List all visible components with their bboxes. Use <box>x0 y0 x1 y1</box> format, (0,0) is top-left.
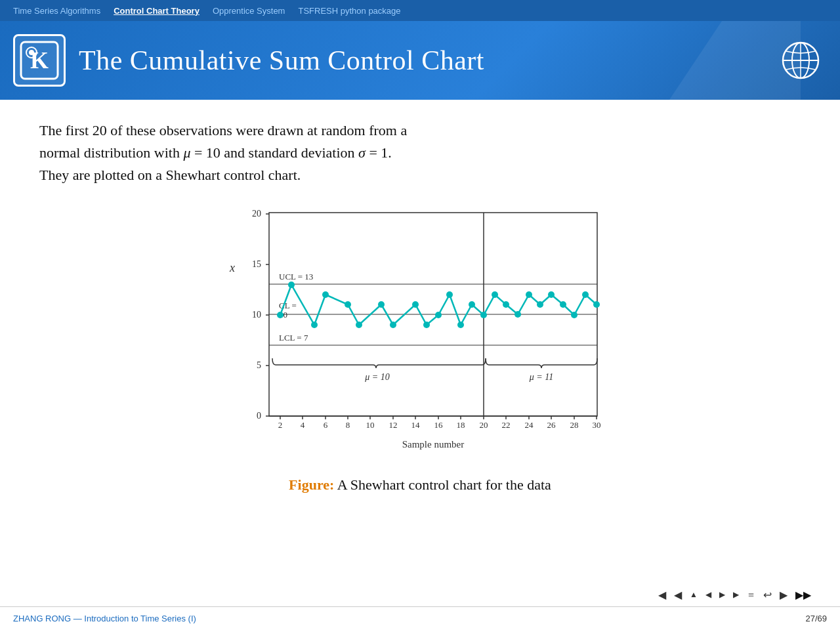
nav-up-arrow[interactable]: ▲ <box>687 589 700 601</box>
y-tick-20: 20 <box>252 209 261 219</box>
logo-box: K <box>13 34 66 87</box>
svg-text:30: 30 <box>593 420 601 430</box>
x-axis-label: Sample number <box>402 439 465 450</box>
data-point <box>412 301 419 308</box>
data-point <box>322 291 329 298</box>
figure-caption: Figure: A Shewhart control chart for the… <box>39 476 801 494</box>
nav-section-next2[interactable]: ▶ <box>730 589 742 601</box>
data-point <box>571 312 578 318</box>
svg-text:16: 16 <box>434 420 444 430</box>
globe-icon <box>781 41 820 80</box>
nav-control-chart[interactable]: Control Chart Theory <box>107 0 206 21</box>
svg-text:8: 8 <box>346 420 350 430</box>
intro-line1: The first 20 of these observations were … <box>39 122 407 138</box>
data-point <box>514 311 521 318</box>
data-point <box>548 291 555 298</box>
data-point <box>423 322 430 328</box>
svg-text:14: 14 <box>411 420 421 430</box>
data-point <box>537 301 543 308</box>
figure-label: Figure: <box>289 476 334 493</box>
svg-text:4: 4 <box>301 420 305 430</box>
svg-text:24: 24 <box>525 420 534 430</box>
data-point <box>492 291 498 298</box>
nav-opprentice[interactable]: Opprentice System <box>206 0 292 21</box>
data-point <box>311 322 318 328</box>
svg-text:2: 2 <box>278 420 283 430</box>
svg-text:12: 12 <box>389 420 398 430</box>
nav-first-arrow[interactable]: ◀ <box>656 587 669 602</box>
nav-separator: ≡ <box>748 589 754 601</box>
shewhart-chart: x 0 5 10 15 <box>210 200 617 462</box>
data-point <box>503 301 509 308</box>
data-point <box>593 301 600 308</box>
data-point <box>288 282 295 288</box>
cl-label: CL = <box>279 301 297 310</box>
chart-container: x 0 5 10 15 <box>39 200 801 465</box>
nav-back-arrow[interactable]: ↩ <box>761 587 774 602</box>
intro-paragraph: The first 20 of these observations were … <box>39 119 761 186</box>
svg-text:18: 18 <box>457 420 465 430</box>
ucl-label: UCL = 13 <box>279 272 313 282</box>
data-point <box>457 322 464 328</box>
mu11-label: μ = 11 <box>529 372 553 382</box>
intro-line2: normal distribution with μ = 10 and stan… <box>39 144 392 161</box>
intro-line3: They are plotted on a Shewhart control c… <box>39 167 301 183</box>
data-point <box>526 291 532 298</box>
header-section: K The Cumulative Sum Control Chart <box>0 21 840 100</box>
bottom-navigation: ◀ ◀ ▲ ◀ ▶ ▶ ≡ ↩ ▶ ▶▶ <box>656 587 814 602</box>
top-navigation: Time Series Algorithms Control Chart The… <box>0 0 840 21</box>
nav-section-prev[interactable]: ◀ <box>703 589 714 601</box>
nav-prev-arrow[interactable]: ◀ <box>671 587 684 602</box>
footer: ZHANG RONG — Introduction to Time Series… <box>0 606 840 630</box>
nav-section-next[interactable]: ▶ <box>717 589 728 601</box>
svg-point-3 <box>29 50 34 55</box>
y-tick-10: 10 <box>252 310 261 320</box>
y-axis-label: x <box>229 261 235 274</box>
data-point <box>469 301 475 308</box>
svg-text:22: 22 <box>502 420 511 430</box>
svg-text:20: 20 <box>480 420 488 430</box>
y-tick-5: 5 <box>257 360 261 370</box>
lcl-label: LCL = 7 <box>279 333 308 343</box>
kde-logo-icon: K <box>20 41 59 80</box>
figure-text: A Shewhart control chart for the data <box>334 476 551 493</box>
main-content: The first 20 of these observations were … <box>0 100 840 507</box>
data-point <box>446 291 453 298</box>
nav-last-arrow[interactable]: ▶▶ <box>793 587 814 602</box>
data-point <box>480 312 487 318</box>
svg-text:26: 26 <box>547 420 556 430</box>
svg-text:10: 10 <box>366 420 375 430</box>
svg-text:6: 6 <box>324 420 328 430</box>
nav-time-series[interactable]: Time Series Algorithms <box>7 0 107 21</box>
data-point <box>582 291 589 298</box>
data-point <box>277 312 284 318</box>
data-point <box>390 322 396 328</box>
page-title: The Cumulative Sum Control Chart <box>79 45 827 76</box>
mu10-label: μ = 10 <box>364 372 389 382</box>
y-tick-0: 0 <box>257 411 261 421</box>
data-point <box>435 312 442 318</box>
footer-author: ZHANG RONG — Introduction to Time Series… <box>13 614 196 623</box>
y-tick-15: 15 <box>252 259 261 269</box>
chart-wrapper: x 0 5 10 15 <box>210 200 630 465</box>
data-point <box>345 301 351 308</box>
footer-page: 27/69 <box>805 614 827 623</box>
nav-tsfresh[interactable]: TSFRESH python package <box>291 0 407 21</box>
data-point <box>378 301 385 308</box>
data-point <box>560 301 566 308</box>
nav-next-arrow[interactable]: ▶ <box>777 587 790 602</box>
data-point <box>356 322 362 328</box>
svg-text:28: 28 <box>570 420 579 430</box>
